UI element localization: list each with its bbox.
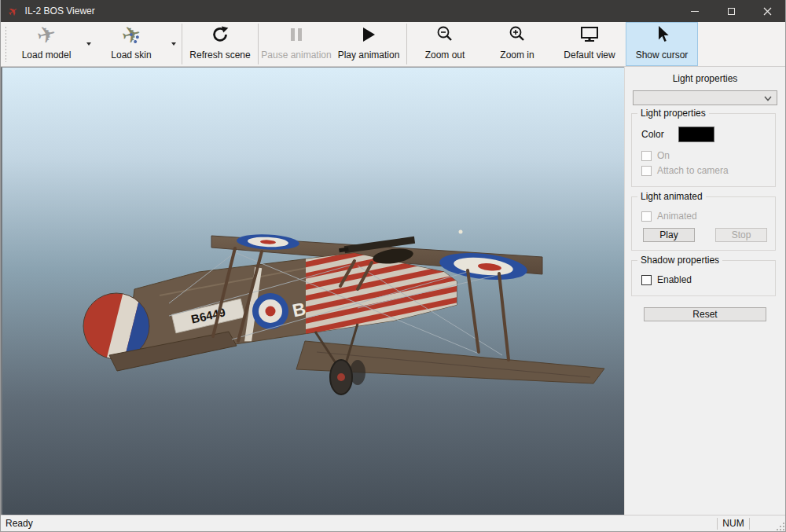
refresh-icon bbox=[210, 24, 230, 46]
refresh-scene-button[interactable]: Refresh scene bbox=[184, 22, 256, 66]
animated-checkbox-row: Animated bbox=[641, 211, 769, 222]
monitor-icon bbox=[578, 24, 601, 46]
minimize-icon bbox=[691, 11, 699, 12]
play-icon bbox=[363, 24, 375, 46]
toolbar-separator bbox=[182, 24, 182, 64]
chevron-down-icon bbox=[171, 42, 176, 46]
viewport-3d[interactable]: B6449 B bbox=[1, 67, 624, 515]
load-skin-label: Load skin bbox=[111, 50, 151, 61]
maximize-icon bbox=[728, 8, 735, 15]
color-label: Color bbox=[641, 129, 678, 140]
camo-dot bbox=[129, 32, 133, 36]
light-animated-group: Light animated Animated Play Stop bbox=[631, 196, 776, 251]
stop-light-button[interactable]: Stop bbox=[715, 228, 767, 242]
cursor-icon bbox=[653, 24, 670, 46]
resize-grip[interactable] bbox=[750, 515, 785, 531]
chevron-down-icon bbox=[86, 42, 91, 46]
app-logo-icon: ✈ bbox=[6, 3, 20, 19]
camo-dot bbox=[134, 39, 138, 43]
maximize-button[interactable] bbox=[713, 0, 749, 22]
airplane-skin-icon: ✈ bbox=[122, 24, 141, 46]
load-model-label: Load model bbox=[22, 50, 72, 61]
close-button[interactable] bbox=[749, 0, 785, 22]
on-checkbox[interactable] bbox=[641, 151, 652, 161]
on-checkbox-label: On bbox=[657, 150, 670, 161]
shadow-properties-group: Shadow properties Enabled bbox=[631, 260, 776, 296]
pause-animation-button[interactable]: Pause animation bbox=[260, 22, 332, 66]
title-bar: ✈ IL-2 BOS Viewer bbox=[1, 0, 785, 22]
group-title: Light animated bbox=[637, 191, 706, 202]
play-animation-button[interactable]: Play animation bbox=[332, 22, 405, 66]
toolbar-separator bbox=[258, 24, 259, 64]
default-view-button[interactable]: Default view bbox=[553, 22, 626, 66]
camo-dot bbox=[135, 35, 139, 39]
light-panel: Light properties Light properties Color … bbox=[624, 67, 785, 515]
zoom-in-label: Zoom in bbox=[500, 50, 534, 61]
toolbar-separator bbox=[406, 24, 407, 64]
shadow-enabled-label: Enabled bbox=[657, 274, 692, 285]
window-controls bbox=[677, 0, 785, 22]
load-model-button[interactable]: ✈ Load model bbox=[10, 22, 83, 66]
zoom-out-icon bbox=[435, 24, 455, 46]
pause-animation-label: Pause animation bbox=[261, 50, 331, 61]
load-skin-dropdown[interactable] bbox=[167, 22, 180, 66]
attach-to-camera-checkbox[interactable] bbox=[641, 166, 652, 176]
attach-to-camera-label: Attach to camera bbox=[657, 165, 729, 176]
attach-to-camera-checkbox-row: Attach to camera bbox=[641, 165, 769, 176]
default-view-label: Default view bbox=[564, 50, 615, 61]
group-title: Shadow properties bbox=[637, 255, 722, 266]
close-icon bbox=[763, 7, 772, 16]
group-title: Light properties bbox=[637, 108, 709, 119]
shadow-enabled-checkbox[interactable] bbox=[641, 275, 652, 285]
main-area: B6449 B bbox=[1, 67, 785, 515]
panel-header: Light properties bbox=[625, 73, 785, 84]
airplane-model-icon: ✈ bbox=[37, 24, 56, 46]
zoom-out-label: Zoom out bbox=[425, 50, 465, 61]
window-title: IL-2 BOS Viewer bbox=[25, 6, 95, 17]
on-checkbox-row: On bbox=[641, 150, 769, 161]
load-model-dropdown[interactable] bbox=[83, 22, 95, 66]
status-text: Ready bbox=[1, 518, 717, 529]
show-cursor-label: Show cursor bbox=[636, 50, 689, 61]
minimize-button[interactable] bbox=[677, 0, 713, 22]
toolbar-grip[interactable] bbox=[5, 26, 7, 62]
zoom-out-button[interactable]: Zoom out bbox=[409, 22, 481, 66]
reset-button[interactable]: Reset bbox=[644, 307, 766, 321]
light-properties-group: Light properties Color On Attach to came… bbox=[631, 113, 776, 187]
load-skin-button[interactable]: ✈ Load skin bbox=[95, 22, 167, 66]
zoom-in-button[interactable]: Zoom in bbox=[481, 22, 553, 66]
shadow-enabled-checkbox-row: Enabled bbox=[641, 274, 769, 285]
chevron-down-icon bbox=[764, 96, 772, 101]
play-light-button[interactable]: Play bbox=[643, 228, 695, 242]
aircraft-model: B6449 B bbox=[2, 68, 624, 515]
refresh-scene-label: Refresh scene bbox=[189, 50, 250, 61]
light-color-swatch[interactable] bbox=[678, 127, 714, 142]
toolbar: ✈ Load model ✈ Load skin R bbox=[1, 22, 785, 67]
num-lock-indicator: NUM bbox=[718, 518, 749, 529]
zoom-in-icon bbox=[507, 24, 527, 46]
resize-grip-icon bbox=[776, 522, 785, 531]
animated-checkbox[interactable] bbox=[641, 211, 652, 222]
status-bar: Ready NUM bbox=[1, 515, 785, 531]
animated-checkbox-label: Animated bbox=[657, 211, 697, 222]
play-animation-label: Play animation bbox=[338, 50, 400, 61]
fuselage-roundel bbox=[252, 293, 288, 329]
pause-icon bbox=[291, 24, 302, 46]
show-cursor-button[interactable]: Show cursor bbox=[626, 22, 698, 66]
light-select-combobox[interactable] bbox=[633, 90, 777, 105]
app-window: ✈ IL-2 BOS Viewer ✈ Load model ✈ bbox=[0, 0, 786, 532]
